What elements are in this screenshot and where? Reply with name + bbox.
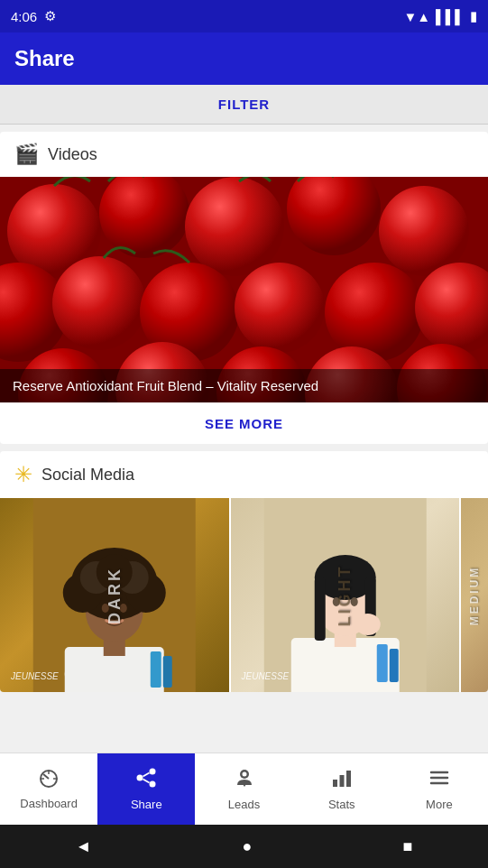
brand-logo-light: JEUNESSE	[242, 671, 290, 681]
videos-section: 🎬 Videos	[0, 132, 488, 444]
system-nav: ◄ ● ■	[0, 825, 488, 868]
social-thumb-light[interactable]: LIGHT	[231, 498, 460, 692]
app-bar: Share	[0, 32, 488, 85]
svg-point-50	[150, 769, 156, 775]
video-caption: Reserve Antioxidant Fruit Blend – Vitali…	[0, 369, 488, 402]
dashboard-icon	[37, 768, 60, 793]
leads-icon	[234, 767, 255, 794]
svg-rect-58	[339, 775, 344, 787]
svg-point-7	[52, 256, 146, 350]
see-more-row[interactable]: SEE MORE	[0, 402, 488, 444]
social-thumb-medium[interactable]: MEDIUM	[461, 498, 488, 692]
svg-rect-43	[376, 644, 387, 682]
svg-line-53	[143, 773, 150, 777]
nav-share[interactable]: Share	[97, 753, 195, 825]
more-icon	[428, 767, 451, 794]
video-thumbnail[interactable]: Reserve Antioxidant Fruit Blend – Vitali…	[0, 177, 488, 402]
filter-bar[interactable]: FILTER	[0, 85, 488, 125]
status-bar: 4:06 ⚙ ▼▲ ▌▌▌ ▮	[0, 0, 488, 32]
svg-rect-59	[346, 771, 351, 787]
videos-title: Videos	[48, 145, 97, 164]
svg-point-42	[354, 614, 380, 635]
nav-more[interactable]: More	[391, 753, 488, 825]
svg-point-52	[137, 775, 143, 781]
leads-label: Leads	[228, 798, 260, 811]
battery-icon: ▮	[470, 8, 477, 24]
svg-point-3	[185, 177, 284, 276]
time-display: 4:06	[11, 9, 37, 24]
nav-stats[interactable]: Stats	[293, 753, 391, 825]
svg-point-9	[235, 263, 325, 353]
app-title: Share	[14, 46, 75, 71]
svg-rect-31	[151, 651, 161, 688]
main-content: 🎬 Videos	[0, 125, 488, 753]
settings-icon: ⚙	[44, 8, 56, 24]
wifi-icon: ▼▲	[403, 9, 430, 24]
social-media-section: ✳ Social Media DARK	[0, 451, 488, 692]
svg-rect-44	[389, 649, 398, 682]
social-media-title: Social Media	[41, 466, 134, 485]
svg-rect-32	[163, 656, 172, 688]
dashboard-label: Dashboard	[20, 797, 78, 810]
filter-label: FILTER	[218, 97, 270, 112]
light-label: LIGHT	[336, 564, 354, 626]
stats-icon	[330, 767, 354, 794]
see-more-label: SEE MORE	[205, 416, 283, 431]
nav-leads[interactable]: Leads	[195, 753, 292, 825]
svg-point-51	[150, 781, 156, 788]
svg-point-10	[325, 263, 424, 362]
brand-logo-dark: JEUNESSE	[11, 671, 59, 681]
share-label: Share	[131, 798, 162, 811]
dark-label: DARK	[105, 567, 124, 624]
svg-point-5	[379, 186, 469, 276]
back-button[interactable]: ◄	[76, 837, 92, 856]
social-thumb-dark[interactable]: DARK	[0, 498, 229, 692]
svg-point-56	[242, 772, 246, 777]
nav-dashboard[interactable]: Dashboard	[0, 753, 97, 825]
svg-line-54	[143, 780, 150, 783]
medium-label: MEDIUM	[468, 565, 481, 625]
more-label: More	[426, 798, 453, 811]
recent-button[interactable]: ■	[403, 837, 413, 856]
share-icon	[134, 767, 158, 794]
stats-label: Stats	[328, 798, 355, 811]
svg-rect-57	[333, 780, 337, 787]
video-icon: 🎬	[14, 143, 39, 166]
svg-rect-38	[314, 577, 325, 641]
videos-header: 🎬 Videos	[0, 132, 488, 177]
social-media-icon: ✳	[14, 462, 32, 487]
signal-bars: ▌▌▌	[436, 9, 465, 24]
bottom-nav: Dashboard Share Leads	[0, 753, 488, 825]
social-media-grid: DARK	[0, 498, 488, 692]
social-media-header: ✳ Social Media	[0, 451, 488, 498]
home-button[interactable]: ●	[243, 837, 253, 856]
